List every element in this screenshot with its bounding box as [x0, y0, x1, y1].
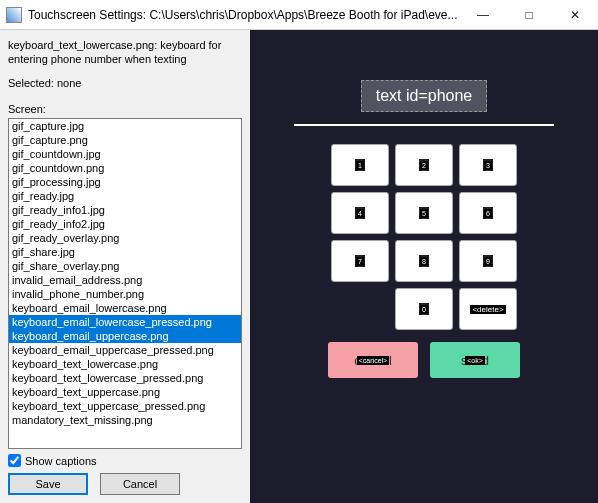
preview-panel: text id=phone 1 2 3 4 5 6 7 8 9 0 <delet… — [250, 30, 598, 503]
key-5[interactable]: 5 — [395, 192, 453, 234]
list-item[interactable]: gif_ready_info2.jpg — [9, 217, 241, 231]
key-0[interactable]: 0 — [395, 288, 453, 330]
list-item[interactable]: gif_ready_info1.jpg — [9, 203, 241, 217]
list-item[interactable]: gif_countdown.jpg — [9, 147, 241, 161]
maximize-button[interactable]: □ — [506, 0, 552, 30]
list-item[interactable]: keyboard_text_lowercase_pressed.png — [9, 371, 241, 385]
text-id-field: text id=phone — [361, 80, 488, 112]
cancel-button[interactable]: Cancel — [100, 473, 180, 495]
list-item[interactable]: gif_ready_overlay.png — [9, 231, 241, 245]
show-captions-label: Show captions — [25, 455, 97, 467]
keypad: 1 2 3 4 5 6 7 8 9 0 <delete> — [331, 144, 517, 330]
key-6[interactable]: 6 — [459, 192, 517, 234]
key-3[interactable]: 3 — [459, 144, 517, 186]
description-text: keyboard_text_lowercase.png: keyboard fo… — [8, 38, 242, 67]
key-9[interactable]: 9 — [459, 240, 517, 282]
key-8[interactable]: 8 — [395, 240, 453, 282]
list-item[interactable]: mandatory_text_missing.png — [9, 413, 241, 427]
divider-line — [294, 124, 554, 126]
list-item[interactable]: keyboard_email_lowercase.png — [9, 301, 241, 315]
list-item[interactable]: gif_countdown.png — [9, 161, 241, 175]
keypad-send-button[interactable]: send <ok> — [430, 342, 520, 378]
key-4[interactable]: 4 — [331, 192, 389, 234]
list-item[interactable]: gif_share_overlay.png — [9, 259, 241, 273]
left-panel: keyboard_text_lowercase.png: keyboard fo… — [0, 30, 250, 503]
key-delete[interactable]: <delete> — [459, 288, 517, 330]
app-icon — [6, 7, 22, 23]
screen-label: Screen: — [8, 103, 242, 115]
screen-listbox[interactable]: gif_capture.jpggif_capture.pnggif_countd… — [8, 118, 242, 449]
window-title: Touchscreen Settings: C:\Users\chris\Dro… — [28, 8, 460, 22]
titlebar: Touchscreen Settings: C:\Users\chris\Dro… — [0, 0, 598, 30]
key-1[interactable]: 1 — [331, 144, 389, 186]
list-item[interactable]: keyboard_text_uppercase.png — [9, 385, 241, 399]
list-item[interactable]: keyboard_text_uppercase_pressed.png — [9, 399, 241, 413]
key-7[interactable]: 7 — [331, 240, 389, 282]
show-captions-row[interactable]: Show captions — [8, 454, 242, 467]
list-item[interactable]: gif_share.jpg — [9, 245, 241, 259]
list-item[interactable]: gif_capture.jpg — [9, 119, 241, 133]
show-captions-checkbox[interactable] — [8, 454, 21, 467]
close-button[interactable]: ✕ — [552, 0, 598, 30]
list-item[interactable]: invalid_phone_number.png — [9, 287, 241, 301]
list-item[interactable]: gif_ready.jpg — [9, 189, 241, 203]
list-item[interactable]: keyboard_email_uppercase.png — [9, 329, 241, 343]
save-button[interactable]: Save — [8, 473, 88, 495]
list-item[interactable]: gif_processing.jpg — [9, 175, 241, 189]
keypad-cancel-button[interactable]: cancel <cancel> — [328, 342, 418, 378]
list-item[interactable]: keyboard_email_lowercase_pressed.png — [9, 315, 241, 329]
selected-text: Selected: none — [8, 77, 242, 89]
list-item[interactable]: gif_capture.png — [9, 133, 241, 147]
list-item[interactable]: keyboard_text_lowercase.png — [9, 357, 241, 371]
minimize-button[interactable]: — — [460, 0, 506, 30]
list-item[interactable]: keyboard_email_uppercase_pressed.png — [9, 343, 241, 357]
key-2[interactable]: 2 — [395, 144, 453, 186]
list-item[interactable]: invalid_email_address.png — [9, 273, 241, 287]
